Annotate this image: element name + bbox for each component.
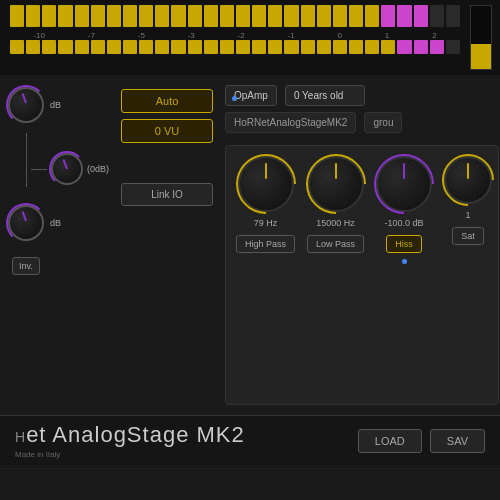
- vu-seg-bottom: [284, 40, 298, 54]
- knob-1[interactable]: [8, 87, 44, 123]
- opamp-dropdown[interactable]: OpAmp: [225, 85, 277, 106]
- eq-highpass-knob[interactable]: [238, 156, 294, 212]
- vu-seg-bottom: [75, 40, 89, 54]
- eq-highpass-group: 79 Hz High Pass: [236, 156, 295, 394]
- load-button[interactable]: LOAD: [358, 429, 422, 453]
- main-content: dB (0dB) dB Inv. Auto 0 VU Link: [0, 75, 500, 415]
- knob-3[interactable]: [8, 205, 44, 241]
- vu-seg: [91, 5, 105, 27]
- eq-hiss-value: -100.0 dB: [385, 218, 424, 229]
- opamp-row: OpAmp 0 Years old: [225, 85, 499, 106]
- vu-seg-bottom: [58, 40, 72, 54]
- eq-hiss-dot: [402, 259, 407, 264]
- vu-seg-bottom: [171, 40, 185, 54]
- vu-seg-bottom: [268, 40, 282, 54]
- vu-seg: [42, 5, 56, 27]
- vu-seg: [284, 5, 298, 27]
- vu-seg: [188, 5, 202, 27]
- vu-seg: [268, 5, 282, 27]
- knob-1-row: dB: [8, 87, 109, 123]
- vu-seg: [75, 5, 89, 27]
- eq-section: 79 Hz High Pass 15000 Hz Low Pass -100.0…: [225, 145, 499, 405]
- vu-seg-bottom: [446, 40, 460, 54]
- vu-seg-bottom: [26, 40, 40, 54]
- plugin-title: Het AnalogStage MK2: [15, 422, 245, 448]
- eq-lowpass-value: 15000 Hz: [316, 218, 355, 229]
- model-label: HoRNetAnalogStageMK2: [225, 112, 356, 133]
- auto-button[interactable]: Auto: [121, 89, 213, 113]
- knob-2-label: (0dB): [87, 164, 109, 174]
- knob-3-row: dB: [8, 205, 109, 241]
- vu-seg-bottom: [397, 40, 411, 54]
- years-display: 0 Years old: [285, 85, 365, 106]
- vu-meter: -10 -7 -5 -3 -2 -1 0 1 2: [0, 0, 500, 75]
- vu-seg: [430, 5, 444, 27]
- eq-hiss-btn[interactable]: Hiss: [386, 235, 422, 253]
- vu-seg: [365, 5, 379, 27]
- eq-sat-btn[interactable]: Sat: [452, 227, 484, 245]
- vu-seg: [171, 5, 185, 27]
- vu-row-bottom: [10, 40, 460, 54]
- save-button[interactable]: SAV: [430, 429, 485, 453]
- vu-seg-bottom: [188, 40, 202, 54]
- eq-sat-group: 1 Sat: [444, 156, 492, 394]
- vu-seg-bottom: [91, 40, 105, 54]
- eq-hiss-knob[interactable]: [376, 156, 432, 212]
- bottom-bar: Het AnalogStage MK2 Made in Italy LOAD S…: [0, 415, 500, 465]
- vu-seg-bottom: [333, 40, 347, 54]
- vu-row-top: [10, 5, 460, 27]
- vu-seg-bottom: [204, 40, 218, 54]
- right-controls: OpAmp 0 Years old HoRNetAnalogStageMK2 g…: [217, 75, 500, 415]
- vu-seg-bottom: [365, 40, 379, 54]
- vu-right-meter: [470, 5, 492, 70]
- knob-2[interactable]: [51, 153, 83, 185]
- group-label: grou: [364, 112, 402, 133]
- eq-highpass-btn[interactable]: High Pass: [236, 235, 295, 253]
- knob-3-label: dB: [50, 218, 61, 228]
- vu-seg: [220, 5, 234, 27]
- plugin-title-area: Het AnalogStage MK2 Made in Italy: [15, 422, 245, 459]
- vu-seg: [107, 5, 121, 27]
- vu-seg-bottom: [317, 40, 331, 54]
- opamp-dot: [232, 96, 237, 101]
- vu-seg-bottom: [139, 40, 153, 54]
- vu-seg: [301, 5, 315, 27]
- eq-lowpass-knob[interactable]: [308, 156, 364, 212]
- bottom-buttons: LOAD SAV: [358, 429, 485, 453]
- vu-seg: [381, 5, 395, 27]
- vu-seg-bottom: [252, 40, 266, 54]
- vu-seg-bottom: [430, 40, 444, 54]
- title-prefix: H: [15, 429, 26, 445]
- vu-seg-bottom: [123, 40, 137, 54]
- vu-seg-bottom: [155, 40, 169, 54]
- inv-button[interactable]: Inv.: [12, 257, 40, 275]
- plugin-subtitle: Made in Italy: [15, 450, 245, 459]
- vu-seg: [139, 5, 153, 27]
- vu-seg: [317, 5, 331, 27]
- vu-seg: [155, 5, 169, 27]
- eq-lowpass-group: 15000 Hz Low Pass: [307, 156, 364, 394]
- eq-lowpass-btn[interactable]: Low Pass: [307, 235, 364, 253]
- vu-right-fill: [471, 44, 491, 69]
- vu-seg: [397, 5, 411, 27]
- vu-seg: [204, 5, 218, 27]
- link-io-button[interactable]: Link IO: [121, 183, 213, 206]
- vu-seg: [123, 5, 137, 27]
- vu-seg-bottom: [42, 40, 56, 54]
- eq-sat-knob[interactable]: [444, 156, 492, 204]
- eq-sat-value: 1: [466, 210, 471, 221]
- vu-seg-bottom: [301, 40, 315, 54]
- vu-seg-bottom: [381, 40, 395, 54]
- eq-hiss-group: -100.0 dB Hiss: [376, 156, 432, 394]
- vu-seg: [414, 5, 428, 27]
- vu-seg-bottom: [107, 40, 121, 54]
- vu-seg: [349, 5, 363, 27]
- title-main: et AnalogStage MK2: [26, 422, 245, 447]
- vu-seg-bottom: [236, 40, 250, 54]
- vu-display[interactable]: 0 VU: [121, 119, 213, 143]
- middle-controls: Auto 0 VU Link IO: [117, 75, 217, 415]
- vu-seg-bottom: [349, 40, 363, 54]
- vu-seg: [333, 5, 347, 27]
- vu-labels: -10 -7 -5 -3 -2 -1 0 1 2: [10, 31, 460, 40]
- left-controls: dB (0dB) dB Inv.: [0, 75, 117, 415]
